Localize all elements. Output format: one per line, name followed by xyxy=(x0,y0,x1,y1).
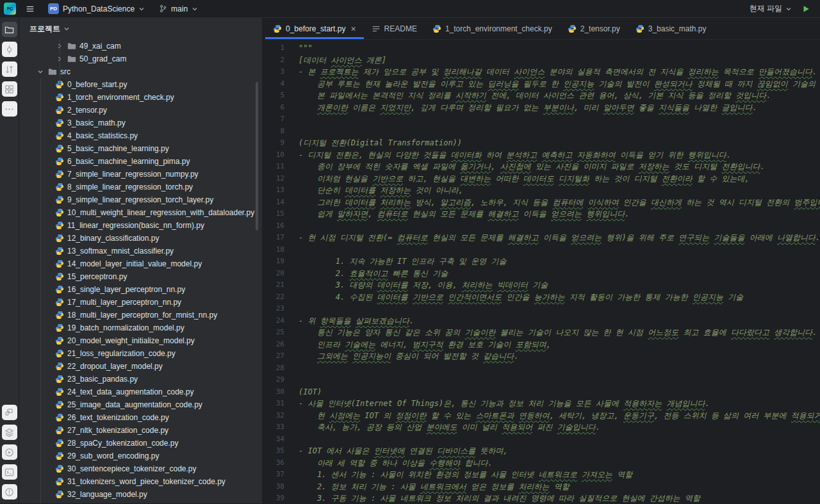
tree-item-file[interactable]: 7_simple_linear_regression_numpy.py xyxy=(19,168,262,181)
tree-item-file[interactable]: 3_basic_math.py xyxy=(19,117,262,129)
editor-tab[interactable]: 0_before_start.py× xyxy=(265,18,364,39)
tree-item-file[interactable]: 17_multi_layer_perceptron_nn.py xyxy=(19,296,262,309)
code-line[interactable]: 개론이란 이름은 지었지만, 깊게 다루며 정리할 필요가 없는 부분이나, 미… xyxy=(299,102,820,114)
run-window-icon[interactable] xyxy=(2,444,17,460)
structure-icon[interactable] xyxy=(2,81,17,97)
tree-item-file[interactable]: 31_tokenizers_word_piece_tokenizer_code.… xyxy=(19,475,262,488)
tree-item-file[interactable] xyxy=(19,501,262,503)
run-config-selector[interactable]: 현재 파일 xyxy=(750,3,792,14)
run-button[interactable] xyxy=(798,1,814,17)
project-folder-icon[interactable] xyxy=(2,22,17,37)
services-icon[interactable] xyxy=(2,425,17,440)
code-line[interactable]: 공부 루트는 현재 놀라운 발전을 이루고 있는 딥러닝을 필두로 한 인공지능… xyxy=(299,78,820,90)
tree-item-file[interactable]: 4_basic_statistics.py xyxy=(19,129,262,142)
code-line[interactable]: 쉽게 말하자면, 컴퓨터로 현실의 모든 문제를 해결하고 이득을 얻으려는 행… xyxy=(299,208,820,220)
code-line[interactable]: 3. 구동 기능 : 사물 네트워크 정보 처리의 결과 내려진 명령에 따라 … xyxy=(299,492,820,503)
tree-item-file[interactable]: 16_single_layer_perceptron_nn.py xyxy=(19,283,262,296)
tree-item-file[interactable]: 2_tensor.py xyxy=(19,104,262,117)
more-tools-icon[interactable] xyxy=(2,101,17,117)
code-line[interactable]: - 위 항목들을 살펴보겠습니다. xyxy=(299,315,820,327)
code-line[interactable] xyxy=(299,303,820,315)
tree-item-file[interactable]: 29_sub_word_encoding.py xyxy=(19,450,262,462)
code-line[interactable]: - 사물 인터넷(Internet Of Things)은, 통신 기능과 정보… xyxy=(299,398,820,410)
tree-item-folder[interactable]: 50_grad_cam xyxy=(19,53,262,65)
tree-item-file[interactable]: 8_simple_linear_regression_torch.py xyxy=(19,181,262,193)
tree-item-file[interactable]: 23_basic_pandas.py xyxy=(19,373,262,386)
tree-item-file[interactable]: 10_multi_weight_linear_regression_with_d… xyxy=(19,206,262,219)
tree-item-folder[interactable]: src xyxy=(19,65,262,78)
code-line[interactable]: 그외에는 인공지능이 중심이 되어 발전할 것 같습니다. xyxy=(299,350,820,362)
tree-item-file[interactable]: 26_text_tokenization_code.py xyxy=(19,411,262,424)
tree-item-file[interactable]: 12_binary_classification.py xyxy=(19,232,262,245)
code-line[interactable] xyxy=(299,244,820,256)
tree-item-file[interactable]: 27_nltk_tokenization_code.py xyxy=(19,424,262,437)
editor-tab[interactable]: 2_tensor.py xyxy=(560,18,628,39)
code-line[interactable] xyxy=(299,434,820,446)
code-line[interactable]: (IOT) xyxy=(299,386,820,398)
code-line[interactable]: [데이터 사이언스 개론] xyxy=(299,54,820,67)
code-line[interactable]: 단순히 데이터를 저장하는 것이 아니라, xyxy=(299,184,820,197)
tree-item-file[interactable]: 20_model_weight_initialize_model.py xyxy=(19,334,262,347)
code-line[interactable] xyxy=(299,220,820,232)
tree-item-file[interactable]: 13_softmax_mnist_classifier.py xyxy=(19,245,262,257)
code-line[interactable]: 종이 장부에 적힌 숫자를 엑셀 파일에 옮기거나, 사진첩에 있는 사진을 이… xyxy=(299,161,820,173)
editor-tab[interactable]: 3_basic_math.py xyxy=(628,18,714,39)
tree-item-file[interactable]: 11_linear_regression(basic_nn_form).py xyxy=(19,219,262,232)
code-line[interactable] xyxy=(299,113,820,126)
project-selector[interactable]: PD Python_DataScience xyxy=(44,1,149,16)
code-line[interactable]: - 디지털 전환은, 현실의 다양한 것들을 데이터화 하여 분석하고 예측하고… xyxy=(299,149,820,161)
code-line[interactable]: 4. 수집된 데이터를 기반으로 인간적이면서도 인간을 능가하는 지적 활동이… xyxy=(299,291,820,304)
branch-selector[interactable]: main xyxy=(155,3,202,15)
editor-tab[interactable]: README xyxy=(364,18,425,39)
editor-tab[interactable]: 1_torch_environment_check.py xyxy=(425,18,560,39)
code-line[interactable]: 2. 효율적이고 빠른 통신 기술 xyxy=(299,268,820,280)
code-line[interactable] xyxy=(299,126,820,138)
code-line[interactable]: 3. 대량의 데이터를 저장, 이용, 처리하는 빅데이터 기술 xyxy=(299,279,820,291)
code-line[interactable]: 아래 세 역할 중 하나 이상을 수행해야 합니다. xyxy=(299,457,820,469)
tree-item-file[interactable]: 14_model_layer_initial_value_model.py xyxy=(19,257,262,270)
code-line[interactable]: 그러한 데이터를 처리하는 방식, 알고리즘, 노하우, 지식 등을 컴퓨터에 … xyxy=(299,197,820,209)
tree-item-file[interactable]: 18_multi_layer_perceptron_for_mnist_nn.p… xyxy=(19,309,262,321)
code-line[interactable]: 축사, 농가, 공장 등의 산업 분야에도 이미 널리 적용되어 퍼진 기술입니… xyxy=(299,421,820,434)
code-line[interactable]: 1. 센서 기능 : 사물이 위치한 환경의 정보를 사물 인터넷 네트워크로 … xyxy=(299,469,820,481)
code-line[interactable]: - 본 프로젝트는 제가 앞으로 공부 및 정리해나갈 데이터 사이언스 분야의… xyxy=(299,66,820,78)
code-line[interactable]: 통신 기능은 양자 통신 같은 소위 꿈의 기술이란 불리는 기술이 나오지 않… xyxy=(299,327,820,339)
code-line[interactable]: 인프라 기술에는 에너지, 범지구적 환경 보호 기술이 포함되며, xyxy=(299,339,820,351)
code-line[interactable]: (디지털 전환(Digital Transformation)) xyxy=(299,137,820,149)
tree-item-file[interactable]: 32_language_model.py xyxy=(19,488,262,501)
code-line[interactable] xyxy=(299,362,820,375)
tree-item-file[interactable]: 28_spaCy_tokenization_code.py xyxy=(19,437,262,450)
code-line[interactable]: 1. 지속 가능한 IT 인프라 구축 및 운영 기술 xyxy=(299,256,820,268)
code-line[interactable]: - 현 시점 디지털 전환(= 컴퓨터로 현실의 모든 문제를 해결하고 이득을… xyxy=(299,232,820,244)
tree-item-file[interactable]: 22_dropout_layer_model.py xyxy=(19,360,262,373)
tree-item-file[interactable]: 1_torch_environment_check.py xyxy=(19,91,262,104)
tree-item-file[interactable]: 5_basic_machine_learning.py xyxy=(19,142,262,155)
code-line[interactable]: 현 시점에는 IOT 의 정점이란 할 수 있는 스마트폰과 연동하여, 세탁기… xyxy=(299,410,820,422)
code-line[interactable]: """ xyxy=(299,42,820,54)
tree-item-file[interactable]: 25_image_data_augmentation_code.py xyxy=(19,398,262,411)
problems-icon[interactable] xyxy=(2,484,17,500)
close-tab-icon[interactable]: × xyxy=(350,24,356,33)
tree-item-file[interactable]: 21_loss_regularization_code.py xyxy=(19,347,262,360)
code-line[interactable]: 이처럼 현실을 기반으로 하고, 현실을 대변하는 어떠한 데이터도 디지털화 … xyxy=(299,173,820,185)
python-console-icon[interactable] xyxy=(2,405,17,420)
main-menu-button[interactable] xyxy=(22,1,38,17)
tree-item-file[interactable]: 9_simple_linear_regression_torch_layer.p… xyxy=(19,193,262,206)
code-line[interactable] xyxy=(299,374,820,386)
scrollbar-thumb[interactable] xyxy=(256,82,258,231)
tree-item-folder[interactable]: 49_xai_cam xyxy=(19,40,262,53)
tree-item-file[interactable]: 6_basic_machine_learning_pima.py xyxy=(19,155,262,168)
code-viewport[interactable]: """[데이터 사이언스 개론]- 본 프로젝트는 제가 앞으로 공부 및 정리… xyxy=(293,40,820,503)
tree-item-file[interactable]: 30_sentencepiece_tokenizer_code.py xyxy=(19,462,262,475)
tree-item-file[interactable]: 19_batch_normalization_model.py xyxy=(19,321,262,334)
chevron-down-icon[interactable] xyxy=(36,69,45,75)
code-line[interactable]: - IOT 에서 사물은 인터넷에 연결된 디바이스를 뜻하며, xyxy=(299,445,820,457)
tree-item-file[interactable]: 15_perceptron.py xyxy=(19,270,262,283)
commit-icon[interactable] xyxy=(2,42,17,57)
code-line[interactable]: 2. 정보 처리 기능 : 사물 네트워크에서 얻은 정보를 처리하는 역할 xyxy=(299,481,820,493)
code-line[interactable]: 본 파일에서는 본격적인 지식 정리를 시작하기 전에, 데이터 사이언스 관련… xyxy=(299,90,820,102)
vcs-update-icon[interactable] xyxy=(2,61,17,77)
tree-item-file[interactable]: 0_before_start.py xyxy=(19,78,262,91)
terminal-icon[interactable] xyxy=(2,464,17,480)
tree-item-file[interactable]: 24_text_data_augmentation_code.py xyxy=(19,386,262,398)
